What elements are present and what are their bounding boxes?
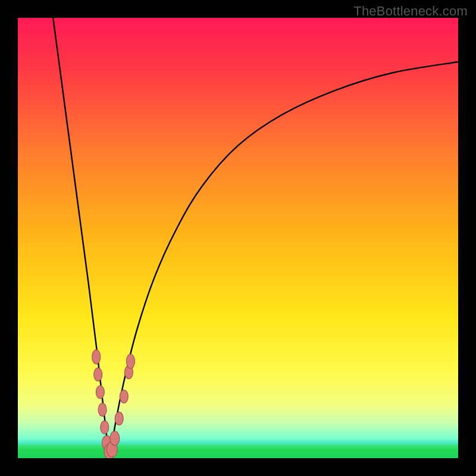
chart-outer-frame: TheBottleneck.com: [0, 0, 476, 476]
bottleneck-plot-area: [18, 18, 458, 458]
watermark-label: TheBottleneck.com: [353, 4, 468, 19]
